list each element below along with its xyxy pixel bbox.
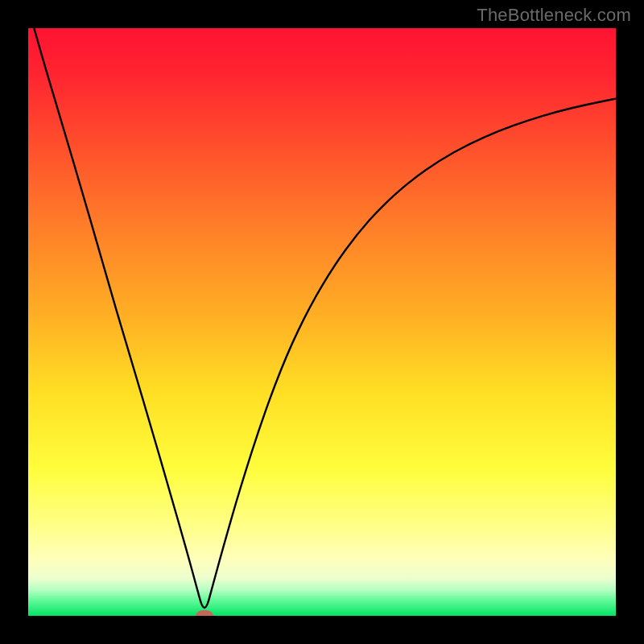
chart-frame: TheBottleneck.com: [0, 0, 644, 644]
svg-rect-0: [28, 28, 616, 616]
optimal-marker: [196, 610, 213, 616]
plot-area: [28, 28, 616, 616]
watermark-text: TheBottleneck.com: [477, 5, 631, 26]
gradient-background: [28, 28, 616, 616]
